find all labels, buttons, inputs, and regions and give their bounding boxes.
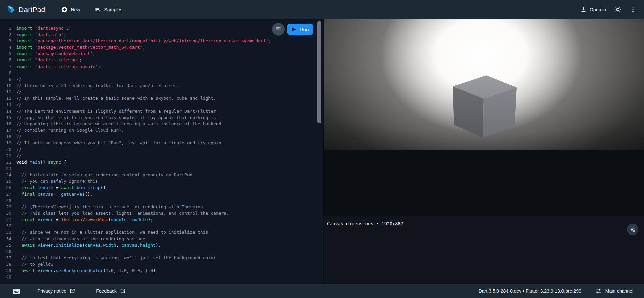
code-line-text: // app, so the first time you run this s… xyxy=(16,115,216,120)
run-button[interactable]: Run xyxy=(287,24,313,35)
new-button-label: New xyxy=(71,7,80,12)
code-line[interactable]: 9// xyxy=(0,76,323,82)
theme-toggle-button[interactable] xyxy=(612,4,623,15)
play-icon xyxy=(292,27,296,32)
code-line-text: // xyxy=(16,77,22,82)
code-line[interactable]: 34 // with the dimensions of the renderi… xyxy=(0,236,323,242)
dart-logo-icon xyxy=(7,5,15,14)
code-line[interactable]: 33 // since we're not in a Flutter appli… xyxy=(0,229,323,236)
code-line[interactable]: 24 // boilerplate to setup our rendering… xyxy=(0,172,323,178)
line-number: 31 xyxy=(3,216,11,223)
code-line-text: // compiler running on Google Cloud Run)… xyxy=(16,128,124,133)
keyboard-shortcuts-button[interactable] xyxy=(11,286,22,296)
code-line-text: // xyxy=(16,147,22,152)
code-line[interactable]: 38 // to yellow xyxy=(0,261,323,267)
code-line[interactable]: 14// The DartPad environment is slightly… xyxy=(0,108,323,114)
code-line-text: // xyxy=(16,89,22,94)
feedback-link[interactable]: Feedback xyxy=(96,288,125,294)
editor-scrollbar[interactable] xyxy=(317,21,321,123)
code-line[interactable]: 6import 'dart:js_interop'; xyxy=(0,57,323,63)
code-line[interactable]: 40 xyxy=(0,274,323,280)
code-line[interactable]: 30 // This class lets you load assets, l… xyxy=(0,210,323,216)
open-in-button[interactable]: Open in xyxy=(578,4,608,15)
code-area[interactable]: 1import 'dart:async';2import 'dart:math'… xyxy=(0,19,323,280)
code-line[interactable]: 15// app, so the first time you run this… xyxy=(0,114,323,121)
code-line[interactable]: 21// xyxy=(0,153,323,159)
open-in-new-icon xyxy=(70,288,75,294)
code-line[interactable]: 13// xyxy=(0,101,323,108)
overflow-menu-button[interactable] xyxy=(628,4,638,15)
line-number: 2 xyxy=(3,31,11,38)
code-line[interactable]: 32 xyxy=(0,223,323,229)
render-canvas[interactable] xyxy=(324,19,644,150)
line-number: 13 xyxy=(3,101,11,108)
line-number: 23 xyxy=(3,165,11,172)
code-line-text: final viewer = ThermionViewerWasm(module… xyxy=(16,217,153,222)
format-align-icon xyxy=(275,26,282,33)
format-button[interactable] xyxy=(272,23,285,36)
channel-selector-button[interactable]: Main channel xyxy=(595,288,633,294)
line-number: 38 xyxy=(3,261,11,267)
code-line[interactable]: 26 final module = await bootstrap(); xyxy=(0,184,323,191)
preview-pane: Canvas dimensions : 644x298 xyxy=(324,19,644,284)
code-line[interactable]: 3import 'package:thermion_dart/thermion_… xyxy=(0,38,323,44)
line-number: 17 xyxy=(3,127,11,133)
line-number: 28 xyxy=(3,197,11,204)
channel-label: Main channel xyxy=(605,288,633,294)
code-line-text: // boilerplate to setup our rendering co… xyxy=(16,172,192,177)
new-button[interactable]: New xyxy=(59,4,82,16)
code-line[interactable]: 36 xyxy=(0,248,323,255)
render-area xyxy=(324,19,644,216)
line-number: 39 xyxy=(3,267,11,274)
privacy-notice-link[interactable]: Privacy notice xyxy=(37,288,75,294)
clear-console-button[interactable] xyxy=(627,224,638,235)
code-line-text: // If nothing happens when you hit "Run"… xyxy=(16,140,224,145)
code-line[interactable]: 27 final canvas = getCanvas(); xyxy=(0,191,323,197)
privacy-notice-label: Privacy notice xyxy=(37,288,66,294)
line-number: 18 xyxy=(3,133,11,140)
samples-button[interactable]: Samples xyxy=(92,4,124,16)
page-title: DartPad xyxy=(19,6,45,14)
line-number: 32 xyxy=(3,223,11,229)
line-number: 30 xyxy=(3,210,11,216)
code-line[interactable]: 25 // you can safely ignore this xyxy=(0,178,323,184)
line-number: 40 xyxy=(3,274,11,280)
code-line[interactable]: 8 xyxy=(0,70,323,76)
code-line[interactable]: 37 // to test that everything is working… xyxy=(0,255,323,261)
line-number: 6 xyxy=(3,57,11,63)
line-number: 26 xyxy=(3,184,11,191)
line-number: 34 xyxy=(3,236,11,242)
samples-button-label: Samples xyxy=(104,7,122,12)
code-line[interactable]: 20// xyxy=(0,146,323,153)
code-line[interactable]: 29 // [ThermionViewer] is the main inter… xyxy=(0,204,323,210)
line-number: 15 xyxy=(3,114,11,121)
code-line[interactable]: 39 await viewer.setBackgroundColor(1.0, … xyxy=(0,267,323,274)
code-line[interactable]: 12// In this sample, we'll create a basi… xyxy=(0,95,323,101)
code-line[interactable]: 23 xyxy=(0,165,323,172)
code-line[interactable]: 31 final viewer = ThermionViewerWasm(mod… xyxy=(0,216,323,223)
code-line-text: // with the dimensions of the rendering … xyxy=(16,236,145,241)
code-line[interactable]: 5import 'package:web/web.dart'; xyxy=(0,50,323,57)
line-number: 19 xyxy=(3,140,11,146)
code-line-text: import 'package:vector_math/vector_math_… xyxy=(16,45,145,50)
code-line-text: import 'package:thermion_dart/thermion_d… xyxy=(16,38,271,43)
code-line[interactable]: 19// If nothing happens when you hit "Ru… xyxy=(0,140,323,146)
code-line[interactable]: 17// compiler running on Google Cloud Ru… xyxy=(0,127,323,133)
code-line[interactable]: 16// happening (this is because we aren'… xyxy=(0,121,323,127)
line-number: 20 xyxy=(3,146,11,153)
line-number: 16 xyxy=(3,121,11,127)
code-line[interactable]: 28 xyxy=(0,197,323,204)
code-line[interactable]: 7import 'dart:js_interop_unsafe'; xyxy=(0,63,323,70)
line-number: 5 xyxy=(3,50,11,57)
code-line-text: // xyxy=(16,134,22,139)
code-line[interactable]: 10// Thermion is a 3D rendering toolkit … xyxy=(0,82,323,89)
code-line[interactable]: 11// xyxy=(0,89,323,95)
footer: Privacy notice Feedback Dart 3.5.0-284.0… xyxy=(0,284,644,298)
code-line[interactable]: 18// xyxy=(0,133,323,140)
line-number: 35 xyxy=(3,242,11,248)
code-line-text: import 'dart:js_interop'; xyxy=(16,57,82,62)
code-line[interactable]: 4import 'package:vector_math/vector_math… xyxy=(0,44,323,50)
code-line[interactable]: 22void main() async { xyxy=(0,159,323,165)
line-number: 1 xyxy=(3,25,11,31)
code-line[interactable]: 35 await viewer.initialize(canvas.width,… xyxy=(0,242,323,248)
